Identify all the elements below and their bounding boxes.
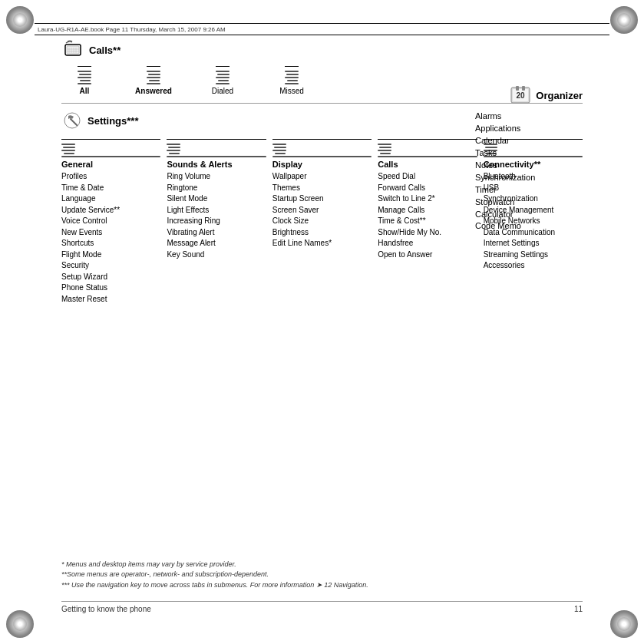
- list-item[interactable]: Synchronization: [475, 172, 583, 184]
- general-icon: [61, 139, 160, 157]
- list-item[interactable]: Language: [61, 193, 160, 205]
- page-label: Getting to know the phone: [61, 605, 151, 613]
- list-item[interactable]: Internet Settings: [484, 238, 583, 249]
- list-item[interactable]: Streaming Settings: [484, 249, 583, 261]
- list-item[interactable]: Accessories: [484, 260, 583, 272]
- corner-decoration-tr: [610, 6, 638, 34]
- page-number: 11: [574, 605, 583, 613]
- sounds-list: Ring Volume Ringtone Silent Mode Light E…: [167, 171, 266, 260]
- tab-dialed-icon: [216, 66, 230, 84]
- list-item[interactable]: Screen Saver: [272, 205, 372, 216]
- tab-answered[interactable]: Answered: [130, 66, 177, 95]
- calls-title: Calls**: [89, 45, 121, 56]
- list-item[interactable]: Forward Calls: [378, 183, 477, 194]
- header-bar: Laura-UG-R1A-AE.book Page 11 Thursday, M…: [35, 23, 609, 35]
- list-item[interactable]: Profiles: [61, 171, 160, 183]
- list-item[interactable]: Silent Mode: [167, 193, 266, 205]
- list-item[interactable]: Code Memo: [475, 220, 583, 233]
- calls-settings-icon: [378, 139, 477, 157]
- list-item[interactable]: Edit Line Names*: [272, 238, 372, 249]
- list-item[interactable]: Switch to Line 2*: [378, 193, 477, 205]
- list-item[interactable]: Brightness: [272, 227, 372, 239]
- list-item[interactable]: Wallpaper: [272, 171, 372, 183]
- corner-decoration-tl: [6, 6, 34, 34]
- calls-header: Calls**: [61, 38, 583, 61]
- tab-answered-icon: [147, 66, 160, 84]
- display-list: Wallpaper Themes Startup Screen Screen S…: [272, 171, 372, 249]
- list-item[interactable]: Increasing Ring: [167, 216, 266, 227]
- organizer-list: Alarms Applications Calendar Tasks Notes…: [475, 111, 583, 233]
- list-item[interactable]: Message Alert: [167, 238, 266, 249]
- list-item[interactable]: Clock Size: [272, 216, 372, 227]
- sounds-icon: [167, 139, 266, 157]
- list-item[interactable]: Themes: [272, 183, 372, 194]
- list-item[interactable]: Key Sound: [167, 249, 266, 261]
- display-icon: [272, 139, 372, 157]
- list-item[interactable]: Security: [61, 260, 160, 272]
- list-item[interactable]: Phone Status: [61, 282, 160, 294]
- tab-answered-label: Answered: [135, 87, 172, 95]
- header-text: Laura-UG-R1A-AE.book Page 11 Thursday, M…: [38, 26, 226, 33]
- calls-list: Speed Dial Forward Calls Switch to Line …: [378, 171, 477, 260]
- tab-all-icon: [78, 66, 91, 84]
- list-item[interactable]: Alarms: [475, 111, 583, 123]
- calls-icon: [61, 38, 84, 61]
- list-item[interactable]: Show/Hide My No.: [378, 227, 477, 239]
- tab-missed-icon: [285, 66, 299, 84]
- col-general-title: General: [61, 160, 160, 169]
- svg-rect-1: [67, 46, 79, 54]
- organizer-section: 20 Organizer Alarms Applications Calenda…: [475, 83, 583, 233]
- list-item[interactable]: Flight Mode: [61, 249, 160, 261]
- list-item[interactable]: Tasks: [475, 147, 583, 160]
- tab-all[interactable]: All: [61, 66, 107, 95]
- list-item[interactable]: Handsfree: [378, 238, 477, 249]
- svg-rect-12: [522, 86, 525, 91]
- list-item[interactable]: Voice Control: [61, 216, 160, 227]
- list-item[interactable]: Notes: [475, 160, 583, 172]
- settings-icon: [61, 110, 83, 131]
- list-item[interactable]: Stopwatch: [475, 197, 583, 209]
- list-item[interactable]: Time & Cost**: [378, 216, 477, 227]
- col-sounds-title: Sounds & Alerts: [167, 160, 266, 169]
- settings-col-general: General Profiles Time & Date Language Up…: [61, 139, 160, 305]
- list-item[interactable]: Vibrating Alert: [167, 227, 266, 239]
- list-item[interactable]: Open to Answer: [378, 249, 477, 261]
- list-item[interactable]: Applications: [475, 123, 583, 135]
- list-item[interactable]: Ring Volume: [167, 171, 266, 183]
- col-display-title: Display: [272, 160, 372, 169]
- settings-col-sounds: Sounds & Alerts Ring Volume Ringtone Sil…: [167, 139, 266, 305]
- general-list: Profiles Time & Date Language Update Ser…: [61, 171, 160, 305]
- list-item[interactable]: Timer: [475, 184, 583, 197]
- list-item[interactable]: Startup Screen: [272, 193, 372, 205]
- tab-missed[interactable]: Missed: [269, 66, 315, 95]
- tab-all-label: All: [80, 87, 90, 95]
- page-footer: Getting to know the phone 11: [61, 601, 583, 613]
- list-item[interactable]: Speed Dial: [378, 171, 477, 183]
- svg-text:20: 20: [517, 91, 526, 100]
- list-item[interactable]: Calculator: [475, 209, 583, 221]
- list-item[interactable]: Manage Calls: [378, 205, 477, 216]
- list-item[interactable]: Setup Wizard: [61, 272, 160, 283]
- list-item[interactable]: Time & Date: [61, 183, 160, 194]
- list-item[interactable]: Calendar: [475, 135, 583, 147]
- organizer-header: 20 Organizer: [475, 83, 583, 107]
- footer-note-3: *** Use the navigation key to move acros…: [61, 580, 583, 591]
- corner-decoration-bl: [6, 610, 34, 638]
- footer-notes: * Menus and desktop items may vary by se…: [61, 560, 583, 591]
- organizer-title: Organizer: [536, 90, 583, 101]
- tab-dialed-label: Dialed: [212, 87, 233, 95]
- organizer-icon: 20: [508, 83, 533, 107]
- tab-missed-label: Missed: [279, 87, 304, 95]
- list-item[interactable]: Update Service**: [61, 205, 160, 216]
- list-item[interactable]: Master Reset: [61, 294, 160, 305]
- tab-dialed[interactable]: Dialed: [200, 66, 246, 95]
- footer-note-1: * Menus and desktop items may vary by se…: [61, 560, 583, 570]
- list-item[interactable]: New Events: [61, 227, 160, 239]
- col-calls-title: Calls: [378, 160, 477, 169]
- list-item[interactable]: Ringtone: [167, 183, 266, 194]
- settings-col-calls: Calls Speed Dial Forward Calls Switch to…: [378, 139, 477, 305]
- footer-note-2: **Some menus are operator-, network- and…: [61, 570, 583, 580]
- list-item[interactable]: Light Effects: [167, 205, 266, 216]
- corner-decoration-br: [610, 610, 638, 638]
- list-item[interactable]: Shortcuts: [61, 238, 160, 249]
